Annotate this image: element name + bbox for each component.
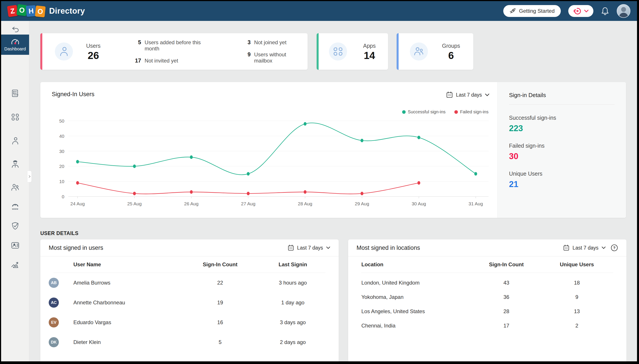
zoho-logo[interactable]: Z O H O Directory xyxy=(8,6,85,16)
apps-card-accent xyxy=(317,33,319,70)
sidebar-item-dashboard[interactable]: Dashboard xyxy=(1,34,29,55)
apps-count: 14 xyxy=(364,50,375,60)
back-arrow-icon[interactable] xyxy=(1,25,29,34)
user-icon[interactable] xyxy=(1,136,29,146)
calendar-icon xyxy=(446,91,453,98)
signin-count: 16 xyxy=(185,319,255,326)
legend-dot-successful xyxy=(402,110,406,114)
user-avatar[interactable] xyxy=(617,4,630,18)
user-name: Amelia Burrows xyxy=(73,280,185,286)
legend-failed: Failed sign-ins xyxy=(454,110,489,114)
groups-stat-card[interactable]: Groups 6 xyxy=(397,33,473,70)
users-count: 26 xyxy=(88,50,99,60)
svg-text:29 Aug: 29 Aug xyxy=(355,201,369,206)
apps-card-icon xyxy=(329,42,347,60)
user-name: Eduardo Vargas xyxy=(73,319,185,326)
stat-not-invited: 17Not invited yet xyxy=(133,58,203,64)
users-table-title: Most signed in users xyxy=(49,244,103,251)
svg-text:31 Aug: 31 Aug xyxy=(469,201,483,206)
location-name: London, United Kingdom xyxy=(361,280,472,286)
signin-count: 22 xyxy=(185,280,255,286)
unique-users: 13 xyxy=(540,308,613,314)
zoho-logo-tiles: Z O H O xyxy=(8,6,45,16)
getting-started-label: Getting Started xyxy=(519,8,555,14)
locations-table-range-dropdown[interactable]: Last 7 days xyxy=(563,244,606,251)
svg-text:25 Aug: 25 Aug xyxy=(127,201,141,206)
user-name: Annette Charbonneau xyxy=(73,300,185,306)
divider xyxy=(361,273,613,273)
security-shield-icon[interactable] xyxy=(1,221,29,231)
notifications-bell-button[interactable] xyxy=(601,6,609,16)
zoho-directory-dashboard: Z O H O Directory Getting Started xyxy=(0,0,639,364)
app-frame: Z O H O Directory Getting Started xyxy=(1,1,637,361)
top-bar-actions: Getting Started xyxy=(503,4,630,18)
unique-users-label: Unique Users xyxy=(509,170,614,177)
users-card-icon xyxy=(55,42,73,60)
logo-letter-o1: O xyxy=(17,4,28,16)
stat-not-joined: 3Not joined yet xyxy=(243,39,296,46)
users-card-accent xyxy=(40,33,42,70)
location-name: Los Angeles, United States xyxy=(361,308,472,314)
reports-icon[interactable] xyxy=(1,260,29,270)
most-signed-in-users-card: Most signed in users Last 7 days xyxy=(40,240,339,361)
location-row-london[interactable]: London, United Kingdom 43 18 xyxy=(348,276,626,290)
sidebar-expander-tab[interactable] xyxy=(28,170,32,182)
groups-icon[interactable] xyxy=(1,183,29,192)
svg-text:10: 10 xyxy=(59,179,64,184)
users-table-range-dropdown[interactable]: Last 7 days xyxy=(288,244,330,251)
user-row-dieter[interactable]: DK Dieter Klein 5 2 days ago xyxy=(40,332,339,352)
location-row-yokohoma[interactable]: Yokohoma, Japan 36 9 xyxy=(348,290,626,304)
svg-text:28 Aug: 28 Aug xyxy=(298,201,312,206)
unique-users: 9 xyxy=(540,294,613,300)
location-row-chennai[interactable]: Chennai, India 17 2 xyxy=(348,318,626,333)
locations-table-head: Most signed in locations Last 7 xyxy=(348,240,626,256)
signin-count: 19 xyxy=(185,300,255,306)
avatar: DK xyxy=(49,337,59,347)
signin-count: 28 xyxy=(472,308,540,314)
calendar-icon xyxy=(563,244,569,251)
signed-in-users-card: Signed-In Users Last 7 days xyxy=(40,82,626,218)
groups-count: 6 xyxy=(448,50,454,60)
apps-grid-icon[interactable] xyxy=(1,112,29,122)
help-icon[interactable]: ? xyxy=(610,244,618,252)
zoho-one-switcher[interactable] xyxy=(568,5,593,17)
org-directory-icon[interactable] xyxy=(1,89,29,98)
admin-icon[interactable] xyxy=(1,160,29,169)
user-row-eduardo[interactable]: EV Eduardo Vargas 16 3 days ago xyxy=(40,312,339,332)
last-signin: 2 days ago xyxy=(255,339,330,345)
location-name: Chennai, India xyxy=(361,323,472,329)
successful-signins-value: 223 xyxy=(509,124,614,132)
getting-started-button[interactable]: Getting Started xyxy=(503,5,561,17)
svg-text:www: www xyxy=(12,208,18,210)
sidebar-item-dashboard-label: Dashboard xyxy=(5,46,26,52)
chart-range-dropdown[interactable]: Last 7 days xyxy=(446,91,489,98)
rocket-icon xyxy=(509,8,516,14)
successful-signins-label: Successful sign-ins xyxy=(509,115,614,121)
user-details-section-title: USER DETAILS xyxy=(40,230,78,236)
apps-stat-card[interactable]: Apps 14 xyxy=(317,33,388,70)
user-row-annette[interactable]: AC Annette Charbonneau 19 1 day ago xyxy=(40,293,339,312)
signin-count: 36 xyxy=(472,294,540,300)
user-row-amelia[interactable]: AB Amelia Burrows 22 3 hours ago xyxy=(40,273,339,293)
col-user-name: User Name xyxy=(73,262,185,268)
logo-letter-z: Z xyxy=(7,5,18,17)
failed-signins-value: 30 xyxy=(509,152,614,160)
apps-label: Apps xyxy=(363,43,376,49)
users-table-head: Most signed in users Last 7 days xyxy=(40,240,339,256)
avatar: AB xyxy=(49,278,59,288)
locations-table-title: Most signed in locations xyxy=(356,244,420,251)
domains-www-icon[interactable]: www xyxy=(1,202,29,212)
svg-text:26 Aug: 26 Aug xyxy=(184,201,198,206)
product-title: Directory xyxy=(49,6,85,16)
id-card-icon[interactable] xyxy=(1,240,29,250)
chevron-down-icon xyxy=(485,94,489,96)
calendar-icon xyxy=(288,244,294,251)
last-signin: 3 hours ago xyxy=(255,280,330,286)
chart-range-label: Last 7 days xyxy=(456,92,482,98)
users-stat-card[interactable]: Users 26 5Users added before this month … xyxy=(40,33,308,70)
signin-details-panel: Sign-in Details Successful sign-ins 223 … xyxy=(497,82,626,218)
col-signin-count: Sign-In Count xyxy=(185,262,255,268)
signin-count: 43 xyxy=(472,280,540,286)
signin-count: 17 xyxy=(472,323,540,329)
location-row-los-angeles[interactable]: Los Angeles, United States 28 13 xyxy=(348,304,626,318)
